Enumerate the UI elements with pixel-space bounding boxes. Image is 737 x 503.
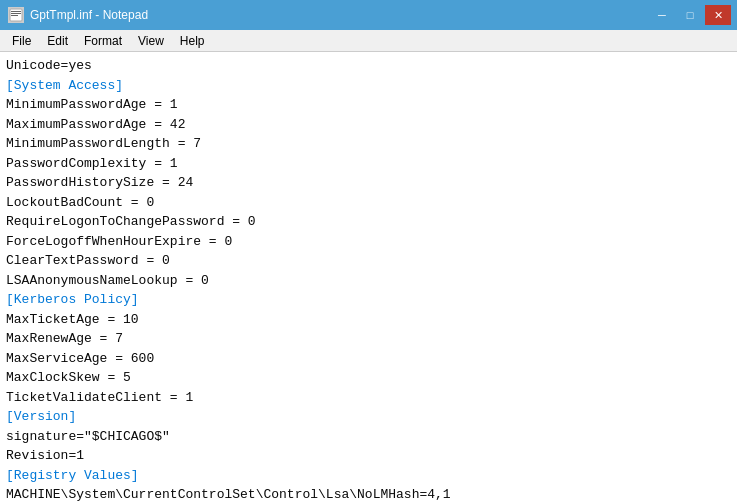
menu-bar: FileEditFormatViewHelp bbox=[0, 30, 737, 52]
content-area[interactable]: Unicode=yes[System Access]MinimumPasswor… bbox=[0, 52, 737, 503]
text-line: MaxClockSkew = 5 bbox=[6, 368, 731, 388]
text-line: MinimumPasswordLength = 7 bbox=[6, 134, 731, 154]
title-bar: GptTmpl.inf - Notepad ─ □ ✕ bbox=[0, 0, 737, 30]
text-line: MACHINE\System\CurrentControlSet\Control… bbox=[6, 485, 731, 503]
text-line: PasswordHistorySize = 24 bbox=[6, 173, 731, 193]
text-line: [Version] bbox=[6, 407, 731, 427]
app-icon bbox=[8, 7, 24, 23]
text-line: RequireLogonToChangePassword = 0 bbox=[6, 212, 731, 232]
minimize-button[interactable]: ─ bbox=[649, 5, 675, 25]
text-line: signature="$CHICAGO$" bbox=[6, 427, 731, 447]
text-line: MaxTicketAge = 10 bbox=[6, 310, 731, 330]
text-line: [Kerberos Policy] bbox=[6, 290, 731, 310]
svg-rect-3 bbox=[11, 15, 18, 16]
title-bar-left: GptTmpl.inf - Notepad bbox=[8, 7, 148, 23]
window-controls: ─ □ ✕ bbox=[649, 5, 731, 25]
text-line: MaxRenewAge = 7 bbox=[6, 329, 731, 349]
maximize-button[interactable]: □ bbox=[677, 5, 703, 25]
menu-item-edit[interactable]: Edit bbox=[39, 30, 76, 51]
text-line: ForceLogoffWhenHourExpire = 0 bbox=[6, 232, 731, 252]
text-line: [System Access] bbox=[6, 76, 731, 96]
svg-rect-1 bbox=[11, 11, 21, 12]
text-line: MinimumPasswordAge = 1 bbox=[6, 95, 731, 115]
menu-item-format[interactable]: Format bbox=[76, 30, 130, 51]
text-line: ClearTextPassword = 0 bbox=[6, 251, 731, 271]
menu-item-view[interactable]: View bbox=[130, 30, 172, 51]
close-button[interactable]: ✕ bbox=[705, 5, 731, 25]
text-line: MaxServiceAge = 600 bbox=[6, 349, 731, 369]
text-line: Unicode=yes bbox=[6, 56, 731, 76]
text-line: Revision=1 bbox=[6, 446, 731, 466]
menu-item-file[interactable]: File bbox=[4, 30, 39, 51]
text-line: MaximumPasswordAge = 42 bbox=[6, 115, 731, 135]
text-line: [Registry Values] bbox=[6, 466, 731, 486]
svg-rect-2 bbox=[11, 13, 21, 14]
text-line: LockoutBadCount = 0 bbox=[6, 193, 731, 213]
text-line: PasswordComplexity = 1 bbox=[6, 154, 731, 174]
window-title: GptTmpl.inf - Notepad bbox=[30, 8, 148, 22]
menu-item-help[interactable]: Help bbox=[172, 30, 213, 51]
text-line: LSAAnonymousNameLookup = 0 bbox=[6, 271, 731, 291]
text-line: TicketValidateClient = 1 bbox=[6, 388, 731, 408]
